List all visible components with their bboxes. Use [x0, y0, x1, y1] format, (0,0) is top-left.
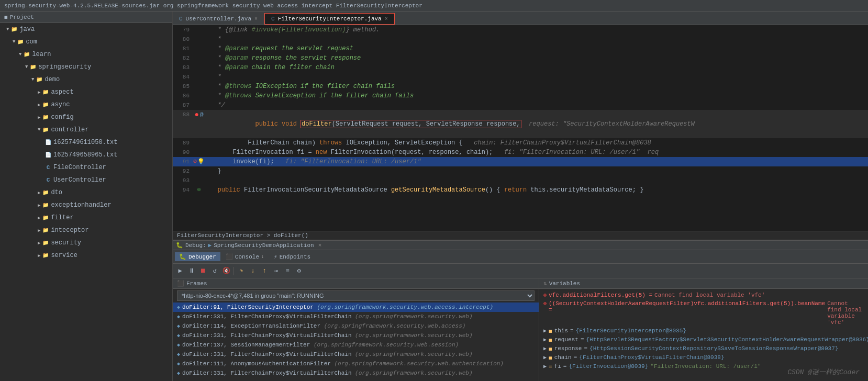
debug-label-text: Debug:	[185, 242, 206, 249]
tree-com[interactable]: ▼ 📁 com	[0, 36, 172, 48]
tree-java[interactable]: ▼ 📁 java	[0, 23, 172, 36]
expand-gutter-icon: ⊕	[197, 185, 201, 195]
var-icon-response: ◼	[549, 345, 552, 352]
debug-toolbar: ▶ ⏸ ⏹ ↺ 🔇 ↷ ↓ ↑ ⇥ ≡ ⚙	[173, 264, 868, 278]
var-value-response: {HttpSessionSecurityContextRepository$Sa…	[589, 345, 838, 352]
var-string-fi: "FilterInvocation: URL: /user/1"	[650, 363, 761, 369]
tree-exceptionhandler[interactable]: ▶ 📁 exceptionhandler	[0, 199, 172, 211]
tree-learn[interactable]: ▼ 📁 learn	[0, 48, 172, 61]
tree-usercontroller[interactable]: C UserController	[0, 174, 172, 186]
stop-button[interactable]: ⏹	[198, 266, 208, 276]
run-to-cursor-button[interactable]: ⇥	[271, 266, 281, 276]
line-num-81: 81	[173, 44, 194, 53]
step-out-button[interactable]: ↑	[259, 266, 270, 276]
expand-icon: ▶	[38, 228, 40, 233]
code-line-88: 88 ● @ public void doFilter(ServletReque…	[173, 110, 868, 138]
frames-header: ⬛ Frames	[173, 278, 539, 289]
code-line-91: 91 ⊘ 💡 invoke(fi); fi: "FilterInvocation…	[173, 157, 868, 166]
tree-springsecurity[interactable]: ▼ 📁 springsecurity	[0, 61, 172, 73]
line-num-92: 92	[173, 166, 194, 176]
tree-inteceptor[interactable]: ▶ 📁 inteceptor	[0, 224, 172, 237]
tree-label: config	[51, 114, 73, 121]
app-name: SpringSecurityDemoApplication	[214, 242, 314, 249]
line-content-82: * @param response the servlet response	[204, 53, 868, 63]
var-chain[interactable]: ▶ ◼ chain = {FilterChainProxy$VirtualFil…	[539, 353, 868, 362]
frame-item-6[interactable]: ◆ doFilter:331, FilterChainProxy$Virtual…	[173, 350, 539, 359]
tab-filter-icon: C	[271, 16, 275, 22]
tree-aspect[interactable]: ▶ 📁 aspect	[0, 86, 172, 98]
expand-icon[interactable]: ▶	[543, 345, 547, 352]
tab-debugger[interactable]: 🐛 Debugger	[175, 252, 220, 261]
expand-icon: ▶	[38, 102, 40, 108]
var-value-chain: {FilterChainProxy$VirtualFilterChain@803…	[579, 354, 724, 361]
breakpoint-icon: ●	[194, 110, 198, 119]
restart-button[interactable]: ↺	[209, 266, 220, 276]
tree-file2[interactable]: 📄 1625749658965.txt	[0, 149, 172, 161]
var-error-value-1: Cannot find local variable 'vfc'	[654, 292, 765, 298]
resume-button[interactable]: ▶	[175, 266, 185, 276]
tree-dto[interactable]: ▶ 📁 dto	[0, 186, 172, 199]
breadcrumb: FilterSecurityInterceptor > doFilter()	[173, 231, 868, 240]
tab-console[interactable]: ⬛ Console ↓	[221, 252, 269, 261]
tree-label: dto	[51, 189, 62, 196]
expand-icon: ▼	[31, 77, 34, 82]
tree-demo[interactable]: ▼ 📁 demo	[0, 73, 172, 86]
expand-icon[interactable]: ▶	[543, 363, 547, 369]
tree-service[interactable]: ▶ 📁 service	[0, 249, 172, 262]
expand-icon[interactable]: ▶	[543, 328, 547, 334]
var-request[interactable]: ▶ ◼ request = {HttpServlet3RequestFactor…	[539, 335, 868, 344]
tab-close-icon[interactable]: ×	[385, 16, 388, 22]
tree-filter[interactable]: ▶ 📁 filter	[0, 211, 172, 224]
frame-item-3[interactable]: ◆ doFilter:114, ExceptionTranslationFilt…	[173, 321, 539, 331]
frame-item-7[interactable]: ◆ doFilter:111, AnonymousAuthenticationF…	[173, 359, 539, 368]
evaluate-button[interactable]: ≡	[282, 266, 293, 276]
tree-config[interactable]: ▶ 📁 config	[0, 111, 172, 124]
tab-java-icon: C	[179, 16, 183, 22]
tab-label: FilterSecurityInterceptor.java	[278, 16, 382, 22]
tree-filecontroller[interactable]: C FileController	[0, 161, 172, 174]
tab-close-icon[interactable]: ×	[254, 16, 258, 22]
line-content-87: */	[204, 100, 868, 110]
console-label: Console	[235, 254, 259, 260]
thread-select[interactable]: *http-nio-80-exec-4*@7,481 in group "mai…	[177, 290, 535, 301]
expand-icon[interactable]: ▶	[543, 354, 547, 361]
var-error-text-2: ((SecurityContextHolderAwareRequestFilte…	[549, 300, 825, 313]
var-value-this: {FilterSecurityInterceptor@8035}	[576, 328, 686, 334]
expand-icon: ▶	[38, 240, 40, 246]
mute-button[interactable]: 🔇	[221, 266, 231, 276]
tab-usercontroller[interactable]: C UserController.java ×	[173, 13, 264, 25]
var-name-request: request	[554, 337, 578, 343]
frame-icon: ◆	[177, 332, 180, 339]
expand-icon[interactable]: ▶	[543, 337, 547, 343]
close-debug-icon[interactable]: ×	[318, 242, 322, 249]
line-num-79: 79	[173, 25, 194, 35]
var-this[interactable]: ▶ ◼ this = {FilterSecurityInterceptor@80…	[539, 327, 868, 335]
folder-icon: 📁	[41, 100, 50, 109]
tree-label: springsecurity	[38, 63, 91, 71]
tree-file1[interactable]: 📄 1625749611050.txt	[0, 136, 172, 149]
settings-button[interactable]: ⚙	[294, 266, 304, 276]
pause-button[interactable]: ⏸	[186, 266, 197, 276]
frame-item-4[interactable]: ◆ doFilter:331, FilterChainProxy$Virtual…	[173, 331, 539, 340]
var-error-text-1: vfc.additionalFilters.get(5) =	[549, 292, 652, 298]
frame-item-selected[interactable]: ◆ doFilter:91, FilterSecurityInterceptor…	[173, 302, 539, 312]
var-response[interactable]: ▶ ◼ response = {HttpSessionSecurityConte…	[539, 344, 868, 353]
tree-security[interactable]: ▶ 📁 security	[0, 237, 172, 249]
frame-item-2[interactable]: ◆ doFilter:331, FilterChainProxy$Virtual…	[173, 312, 539, 321]
tab-endpoints[interactable]: ⚡ Endpoints	[270, 252, 315, 261]
code-line-86: 86 * @throws ServletException if the fil…	[173, 91, 868, 100]
tree-controller[interactable]: ▼ 📁 controller	[0, 124, 172, 136]
var-equals-request: =	[581, 337, 584, 343]
step-into-button[interactable]: ↓	[248, 266, 258, 276]
line-content-83: * @param chain the filter chain	[204, 63, 868, 72]
gutter-91: ⊘ 💡	[194, 157, 204, 166]
code-line-81: 81 * @param request the servlet request	[173, 44, 868, 53]
frame-item-8[interactable]: ◆ doFilter:331, FilterChainProxy$Virtual…	[173, 368, 539, 378]
step-over-button[interactable]: ↷	[236, 266, 247, 276]
tree-async[interactable]: ▶ 📁 async	[0, 98, 172, 111]
annotation-icon: @	[200, 110, 204, 119]
frame-item-5[interactable]: ◆ doFilter:137, SessionManagementFilter …	[173, 340, 539, 350]
tab-filtersecurityinterceptor[interactable]: C FilterSecurityInterceptor.java ×	[264, 13, 395, 25]
tree-label: FileController	[53, 164, 106, 171]
folder-icon: 📁	[41, 239, 50, 247]
